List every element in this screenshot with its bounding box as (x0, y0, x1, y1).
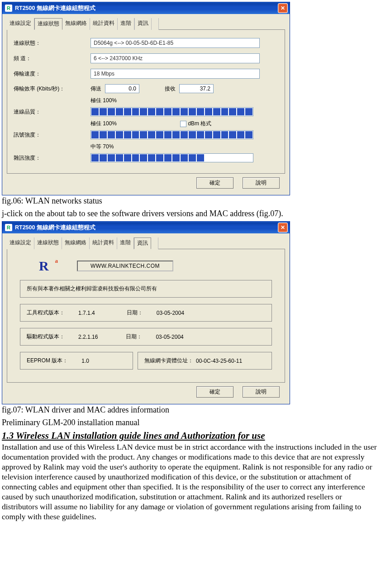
value-driver-date: 03-05-2004 (156, 334, 183, 340)
section-body: Installation and use of this Wireless LA… (2, 442, 377, 522)
tab-wireless-networks[interactable]: 無線網絡 (62, 18, 90, 30)
instruction-j: j-click on the about tab to see the soft… (2, 209, 379, 219)
tab-connection-status[interactable]: 連線狀態 (34, 237, 62, 249)
label-dbm: dBm 格式 (188, 120, 211, 127)
label-noise: 雜訊強度： (14, 154, 90, 162)
wlan-about-window: R RT2500 無線網卡連線組態程式 ✕ 連線設定 連線狀態 無線網絡 統計資… (2, 221, 290, 404)
label-rx: 接收 (165, 85, 176, 93)
quality-bar (90, 107, 253, 116)
label-signal: 訊號強度： (14, 131, 90, 139)
tab-about[interactable]: 資訊 (134, 18, 152, 30)
value-mac: 00-0C-43-25-60-11 (196, 358, 242, 364)
titlebar[interactable]: R RT2500 無線網卡連線組態程式 ✕ (2, 2, 290, 14)
label-speed: 傳輸速度： (14, 70, 90, 78)
ok-button[interactable]: 確定 (196, 386, 233, 398)
label-channel: 頻 道： (14, 55, 90, 62)
tab-statistics[interactable]: 統計資料 (90, 18, 118, 30)
label-tool-date: 日期： (127, 309, 143, 317)
ok-button[interactable]: 確定 (196, 177, 233, 189)
value-status: D5064g <--> 00-05-5D-6D-E1-85 (90, 38, 260, 48)
label-quality: 連線品質： (14, 108, 90, 116)
help-button[interactable]: 說明 (243, 177, 280, 189)
titlebar[interactable]: R RT2500 無線網卡連線組態程式 ✕ (2, 222, 290, 233)
ralink-logo-icon: R (39, 258, 54, 274)
label-tool-version: 工具程式版本： (27, 309, 65, 317)
tabstrip: 連線設定 連線狀態 無線網絡 統計資料 進階 資訊 (7, 18, 285, 30)
label-driver-version: 驅動程式版本： (27, 333, 65, 341)
copyright-text: 所有與本著作相關之權利歸雷凌科技股份有限公司所有 (27, 285, 157, 293)
mac-panel: 無線網卡資體位址： 00-0C-43-25-60-11 (138, 352, 272, 370)
noise-bar (90, 153, 253, 162)
label-tx: 傳送 (90, 85, 101, 93)
tool-version-panel: 工具程式版本： 1.7.1.4 日期： 03-05-2004 (20, 304, 272, 322)
label-mac: 無線網卡資體位址： (144, 357, 193, 365)
tab-about[interactable]: 資訊 (134, 237, 151, 249)
value-tool-version: 1.7.1.4 (78, 310, 95, 316)
help-button[interactable]: 說明 (243, 386, 280, 398)
label-eeprom: EEPROM 版本： (27, 357, 68, 365)
vendor-url: WWW.RALINKTECH.COM (77, 261, 173, 271)
caption-fig06: fig.06: WLAN networks status (2, 196, 379, 206)
tab-body: R WWW.RALINKTECH.COM 所有與本著作相關之權利歸雷凌科技股份有… (7, 249, 285, 383)
tab-connection-status[interactable]: 連線狀態 (34, 18, 62, 30)
value-eeprom: 1.0 (81, 358, 89, 364)
section-header: 1.3 Wireless LAN installation guide line… (2, 430, 379, 441)
app-icon: R (5, 5, 12, 12)
window-title: RT2500 無線網卡連線組態程式 (15, 5, 278, 12)
label-driver-date: 日期： (126, 333, 142, 341)
quality-caption: 極佳 100% (90, 97, 117, 104)
value-rx: 37.2 (179, 84, 214, 93)
tab-statistics[interactable]: 統計資料 (90, 237, 117, 249)
dbm-checkbox[interactable] (180, 121, 186, 127)
driver-version-panel: 驅動程式版本： 2.2.1.16 日期： 03-05-2004 (20, 328, 272, 346)
tab-body: 連線狀態： D5064g <--> 00-05-5D-6D-E1-85 頻 道：… (7, 30, 285, 174)
caption-fig07: fig.07: WLAN driver and MAC addres infor… (2, 405, 379, 415)
tab-connection-settings[interactable]: 連線設定 (7, 237, 34, 249)
value-tx: 0.0 (105, 84, 139, 93)
tab-spacer (151, 237, 158, 249)
tab-connection-settings[interactable]: 連線設定 (7, 18, 34, 30)
tabstrip: 連線設定 連線狀態 無線網絡 統計資料 進階 資訊 (7, 237, 285, 249)
tab-advanced[interactable]: 進階 (118, 18, 134, 30)
value-tool-date: 03-05-2004 (157, 310, 184, 316)
eeprom-panel: EEPROM 版本： 1.0 (20, 352, 133, 370)
signal-bar (90, 130, 253, 139)
value-channel: 6 <--> 2437000 KHz (90, 53, 260, 63)
tab-spacer (152, 18, 159, 30)
window-title: RT2500 無線網卡連線組態程式 (15, 224, 278, 232)
close-icon[interactable]: ✕ (278, 3, 288, 13)
label-status: 連線狀態： (14, 39, 90, 47)
value-driver-version: 2.2.1.16 (78, 334, 98, 340)
tab-wireless-networks[interactable]: 無線網絡 (62, 237, 90, 249)
label-throughput: 傳輸效率 (Kbits/秒)： (14, 85, 90, 93)
copyright-panel: 所有與本著作相關之權利歸雷凌科技股份有限公司所有 (20, 280, 272, 298)
tab-advanced[interactable]: 進階 (117, 237, 134, 249)
noise-caption: 中等 70% (90, 143, 114, 151)
manual-title: Preliminary GLM-200 installation manual (2, 418, 379, 428)
wlan-status-window: R RT2500 無線網卡連線組態程式 ✕ 連線設定 連線狀態 無線網絡 統計資… (2, 2, 290, 195)
close-icon[interactable]: ✕ (278, 223, 288, 232)
app-icon: R (5, 224, 12, 231)
value-speed: 18 Mbps (90, 69, 260, 79)
signal-caption: 極佳 100% (90, 120, 117, 128)
